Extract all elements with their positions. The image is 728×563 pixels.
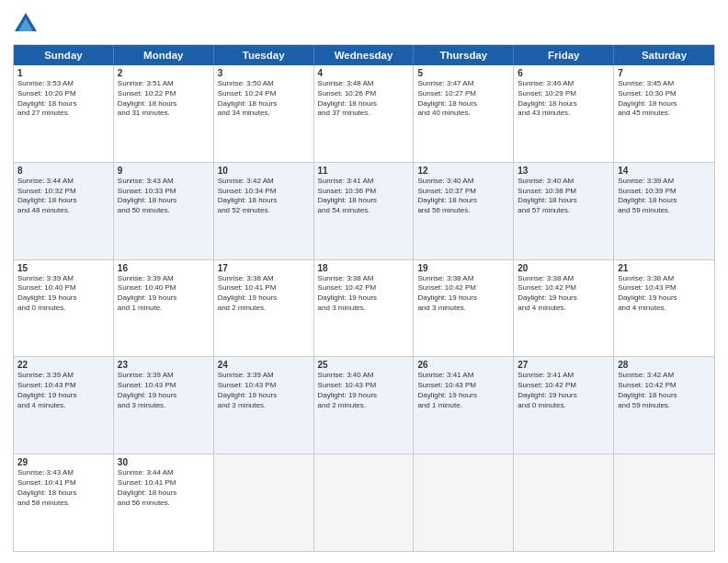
day-number: 23 xyxy=(118,360,210,370)
header-day-tuesday: Tuesday xyxy=(214,45,314,65)
day-cell-8: 8Sunrise: 3:44 AM Sunset: 10:32 PM Dayli… xyxy=(14,163,114,259)
header-day-wednesday: Wednesday xyxy=(314,45,415,65)
day-info: Sunrise: 3:47 AM Sunset: 10:27 PM Daylig… xyxy=(417,79,509,119)
day-cell-13: 13Sunrise: 3:40 AM Sunset: 10:38 PM Dayl… xyxy=(514,163,614,259)
day-cell-7: 7Sunrise: 3:45 AM Sunset: 10:30 PM Dayli… xyxy=(614,65,714,162)
day-info: Sunrise: 3:39 AM Sunset: 10:43 PM Daylig… xyxy=(218,371,310,410)
day-number: 26 xyxy=(417,360,509,370)
day-cell-26: 26Sunrise: 3:41 AM Sunset: 10:43 PM Dayl… xyxy=(414,357,514,454)
day-cell-21: 21Sunrise: 3:38 AM Sunset: 10:43 PM Dayl… xyxy=(614,260,714,357)
day-info: Sunrise: 3:39 AM Sunset: 10:43 PM Daylig… xyxy=(118,371,210,410)
day-number: 8 xyxy=(17,166,109,176)
day-number: 14 xyxy=(618,166,711,176)
day-cell-5: 5Sunrise: 3:47 AM Sunset: 10:27 PM Dayli… xyxy=(414,65,514,162)
day-cell-9: 9Sunrise: 3:43 AM Sunset: 10:33 PM Dayli… xyxy=(114,163,214,259)
day-cell-27: 27Sunrise: 3:41 AM Sunset: 10:42 PM Dayl… xyxy=(514,357,614,454)
day-number: 7 xyxy=(618,68,711,78)
calendar-header: SundayMondayTuesdayWednesdayThursdayFrid… xyxy=(14,45,714,65)
day-cell-3: 3Sunrise: 3:50 AM Sunset: 10:24 PM Dayli… xyxy=(214,65,314,162)
header-day-sunday: Sunday xyxy=(14,45,114,65)
day-cell-22: 22Sunrise: 3:39 AM Sunset: 10:43 PM Dayl… xyxy=(14,357,114,454)
day-info: Sunrise: 3:43 AM Sunset: 10:33 PM Daylig… xyxy=(118,177,210,216)
empty-cell xyxy=(214,454,314,551)
day-number: 16 xyxy=(118,263,210,273)
header xyxy=(13,11,715,37)
day-info: Sunrise: 3:39 AM Sunset: 10:40 PM Daylig… xyxy=(118,274,210,314)
logo xyxy=(13,11,42,37)
day-info: Sunrise: 3:38 AM Sunset: 10:42 PM Daylig… xyxy=(417,274,509,314)
day-info: Sunrise: 3:39 AM Sunset: 10:39 PM Daylig… xyxy=(618,177,711,216)
day-number: 24 xyxy=(218,360,310,370)
day-number: 19 xyxy=(417,263,509,273)
day-info: Sunrise: 3:38 AM Sunset: 10:42 PM Daylig… xyxy=(318,274,410,314)
logo-icon xyxy=(13,11,39,37)
day-number: 2 xyxy=(118,68,210,78)
calendar-row-3: 15Sunrise: 3:39 AM Sunset: 10:40 PM Dayl… xyxy=(14,260,714,358)
day-info: Sunrise: 3:41 AM Sunset: 10:43 PM Daylig… xyxy=(417,371,509,410)
calendar-body: 1Sunrise: 3:53 AM Sunset: 10:20 PM Dayli… xyxy=(14,65,714,551)
day-number: 27 xyxy=(518,360,609,370)
day-number: 3 xyxy=(218,68,310,78)
day-cell-2: 2Sunrise: 3:51 AM Sunset: 10:22 PM Dayli… xyxy=(114,65,214,162)
day-number: 4 xyxy=(318,68,410,78)
day-info: Sunrise: 3:39 AM Sunset: 10:43 PM Daylig… xyxy=(17,371,109,410)
day-number: 30 xyxy=(118,457,210,467)
calendar: SundayMondayTuesdayWednesdayThursdayFrid… xyxy=(13,44,715,552)
header-day-thursday: Thursday xyxy=(414,45,514,65)
day-cell-17: 17Sunrise: 3:38 AM Sunset: 10:41 PM Dayl… xyxy=(214,260,314,357)
day-cell-28: 28Sunrise: 3:42 AM Sunset: 10:42 PM Dayl… xyxy=(614,357,714,454)
calendar-row-5: 29Sunrise: 3:43 AM Sunset: 10:41 PM Dayl… xyxy=(14,454,714,551)
day-info: Sunrise: 3:38 AM Sunset: 10:41 PM Daylig… xyxy=(218,274,310,314)
calendar-row-2: 8Sunrise: 3:44 AM Sunset: 10:32 PM Dayli… xyxy=(14,163,714,260)
day-number: 1 xyxy=(17,68,109,78)
header-day-saturday: Saturday xyxy=(614,45,714,65)
day-number: 10 xyxy=(218,166,310,176)
day-cell-18: 18Sunrise: 3:38 AM Sunset: 10:42 PM Dayl… xyxy=(314,260,415,357)
empty-cell xyxy=(614,454,714,551)
day-cell-20: 20Sunrise: 3:38 AM Sunset: 10:42 PM Dayl… xyxy=(514,260,614,357)
empty-cell xyxy=(514,454,614,551)
day-cell-24: 24Sunrise: 3:39 AM Sunset: 10:43 PM Dayl… xyxy=(214,357,314,454)
day-number: 15 xyxy=(17,263,109,273)
day-cell-6: 6Sunrise: 3:46 AM Sunset: 10:29 PM Dayli… xyxy=(514,65,614,162)
day-cell-30: 30Sunrise: 3:44 AM Sunset: 10:41 PM Dayl… xyxy=(114,454,214,551)
header-day-monday: Monday xyxy=(114,45,214,65)
day-info: Sunrise: 3:53 AM Sunset: 10:20 PM Daylig… xyxy=(17,79,109,119)
day-info: Sunrise: 3:48 AM Sunset: 10:26 PM Daylig… xyxy=(318,79,410,119)
day-number: 18 xyxy=(318,263,410,273)
page: SundayMondayTuesdayWednesdayThursdayFrid… xyxy=(0,0,728,563)
day-cell-23: 23Sunrise: 3:39 AM Sunset: 10:43 PM Dayl… xyxy=(114,357,214,454)
day-info: Sunrise: 3:38 AM Sunset: 10:42 PM Daylig… xyxy=(518,274,609,314)
calendar-row-4: 22Sunrise: 3:39 AM Sunset: 10:43 PM Dayl… xyxy=(14,357,714,454)
day-number: 6 xyxy=(518,68,609,78)
day-info: Sunrise: 3:41 AM Sunset: 10:36 PM Daylig… xyxy=(318,177,410,216)
day-info: Sunrise: 3:39 AM Sunset: 10:40 PM Daylig… xyxy=(17,274,109,314)
day-info: Sunrise: 3:51 AM Sunset: 10:22 PM Daylig… xyxy=(118,79,210,119)
day-number: 22 xyxy=(17,360,109,370)
day-info: Sunrise: 3:40 AM Sunset: 10:38 PM Daylig… xyxy=(518,177,609,216)
empty-cell xyxy=(414,454,514,551)
day-cell-1: 1Sunrise: 3:53 AM Sunset: 10:20 PM Dayli… xyxy=(14,65,114,162)
day-info: Sunrise: 3:40 AM Sunset: 10:43 PM Daylig… xyxy=(318,371,410,410)
day-cell-4: 4Sunrise: 3:48 AM Sunset: 10:26 PM Dayli… xyxy=(314,65,415,162)
day-cell-11: 11Sunrise: 3:41 AM Sunset: 10:36 PM Dayl… xyxy=(314,163,415,259)
day-info: Sunrise: 3:40 AM Sunset: 10:37 PM Daylig… xyxy=(417,177,509,216)
day-number: 28 xyxy=(618,360,711,370)
day-number: 11 xyxy=(318,166,410,176)
day-cell-25: 25Sunrise: 3:40 AM Sunset: 10:43 PM Dayl… xyxy=(314,357,415,454)
day-number: 9 xyxy=(118,166,210,176)
day-number: 21 xyxy=(618,263,711,273)
calendar-row-1: 1Sunrise: 3:53 AM Sunset: 10:20 PM Dayli… xyxy=(14,65,714,163)
day-cell-29: 29Sunrise: 3:43 AM Sunset: 10:41 PM Dayl… xyxy=(14,454,114,551)
day-number: 5 xyxy=(417,68,509,78)
day-cell-10: 10Sunrise: 3:42 AM Sunset: 10:34 PM Dayl… xyxy=(214,163,314,259)
day-info: Sunrise: 3:43 AM Sunset: 10:41 PM Daylig… xyxy=(17,468,109,508)
day-info: Sunrise: 3:46 AM Sunset: 10:29 PM Daylig… xyxy=(518,79,609,119)
day-info: Sunrise: 3:42 AM Sunset: 10:42 PM Daylig… xyxy=(618,371,711,410)
day-number: 25 xyxy=(318,360,410,370)
day-info: Sunrise: 3:44 AM Sunset: 10:32 PM Daylig… xyxy=(17,177,109,216)
day-cell-19: 19Sunrise: 3:38 AM Sunset: 10:42 PM Dayl… xyxy=(414,260,514,357)
day-cell-15: 15Sunrise: 3:39 AM Sunset: 10:40 PM Dayl… xyxy=(14,260,114,357)
day-cell-12: 12Sunrise: 3:40 AM Sunset: 10:37 PM Dayl… xyxy=(414,163,514,259)
day-number: 20 xyxy=(518,263,609,273)
